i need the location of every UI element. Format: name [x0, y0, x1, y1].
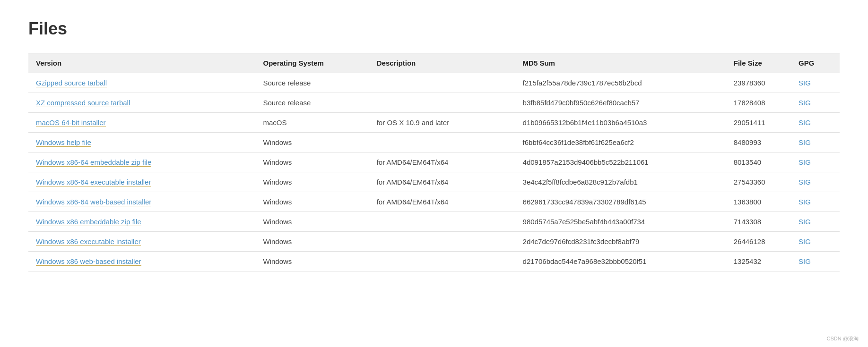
- file-gpg-link[interactable]: SIG: [799, 218, 811, 226]
- file-description: for AMD64/EM64T/x64: [369, 172, 515, 192]
- file-os: Source release: [255, 93, 369, 113]
- file-os: Windows: [255, 152, 369, 172]
- file-version-link[interactable]: Windows help file: [36, 138, 91, 147]
- file-size: 23978360: [726, 73, 791, 93]
- file-version-link[interactable]: macOS 64-bit installer: [36, 118, 106, 127]
- file-description: for AMD64/EM64T/x64: [369, 192, 515, 212]
- file-md5: f6bbf64cc36f1de38fbf61f625ea6cf2: [515, 133, 726, 152]
- file-md5: 662961733cc947839a73302789df6145: [515, 192, 726, 212]
- file-description: for OS X 10.9 and later: [369, 113, 515, 133]
- file-gpg-link[interactable]: SIG: [799, 257, 811, 265]
- file-description: [369, 212, 515, 232]
- header-md5: MD5 Sum: [515, 53, 726, 73]
- file-md5: d1b09665312b6b1f4e11b03b6a4510a3: [515, 113, 726, 133]
- file-description: [369, 232, 515, 252]
- header-filesize: File Size: [726, 53, 791, 73]
- file-description: for AMD64/EM64T/x64: [369, 152, 515, 172]
- page-title: Files: [28, 19, 840, 39]
- file-gpg-link[interactable]: SIG: [799, 158, 811, 166]
- file-version-link[interactable]: Gzipped source tarball: [36, 79, 107, 87]
- file-version-link[interactable]: XZ compressed source tarball: [36, 99, 130, 107]
- header-gpg: GPG: [791, 53, 840, 73]
- file-size: 26446128: [726, 232, 791, 252]
- table-row: Windows help fileWindowsf6bbf64cc36f1de3…: [28, 133, 840, 152]
- table-row: macOS 64-bit installermacOSfor OS X 10.9…: [28, 113, 840, 133]
- header-description: Description: [369, 53, 515, 73]
- table-row: Windows x86-64 executable installerWindo…: [28, 172, 840, 192]
- file-size: 1325432: [726, 252, 791, 271]
- file-md5: d21706bdac544e7a968e32bbb0520f51: [515, 252, 726, 271]
- file-description: [369, 93, 515, 113]
- file-gpg-link[interactable]: SIG: [799, 198, 811, 206]
- file-size: 27543360: [726, 172, 791, 192]
- file-version-link[interactable]: Windows x86-64 executable installer: [36, 178, 151, 186]
- file-size: 8013540: [726, 152, 791, 172]
- file-size: 8480993: [726, 133, 791, 152]
- file-version-link[interactable]: Windows x86-64 web-based installer: [36, 198, 151, 206]
- file-md5: b3fb85fd479c0bf950c626ef80cacb57: [515, 93, 726, 113]
- file-version-link[interactable]: Windows x86 web-based installer: [36, 257, 141, 266]
- file-version-link[interactable]: Windows x86 embeddable zip file: [36, 218, 141, 226]
- header-version: Version: [28, 53, 255, 73]
- file-size: 1363800: [726, 192, 791, 212]
- header-os: Operating System: [255, 53, 369, 73]
- file-os: Windows: [255, 172, 369, 192]
- file-os: Source release: [255, 73, 369, 93]
- file-gpg-link[interactable]: SIG: [799, 99, 811, 107]
- table-row: Windows x86 embeddable zip fileWindows98…: [28, 212, 840, 232]
- file-md5: f215fa2f55a78de739c1787ec56b2bcd: [515, 73, 726, 93]
- file-md5: 2d4c7de97d6fcd8231fc3decbf8abf79: [515, 232, 726, 252]
- file-os: Windows: [255, 212, 369, 232]
- file-gpg-link[interactable]: SIG: [799, 178, 811, 186]
- file-gpg-link[interactable]: SIG: [799, 118, 811, 127]
- file-gpg-link[interactable]: SIG: [799, 138, 811, 146]
- file-md5: 3e4c42f5ff8fcdbe6a828c912b7afdb1: [515, 172, 726, 192]
- files-table: Version Operating System Description MD5…: [28, 53, 840, 271]
- file-os: macOS: [255, 113, 369, 133]
- file-description: [369, 133, 515, 152]
- file-os: Windows: [255, 252, 369, 271]
- file-os: Windows: [255, 192, 369, 212]
- file-os: Windows: [255, 232, 369, 252]
- table-row: Windows x86-64 web-based installerWindow…: [28, 192, 840, 212]
- file-gpg-link[interactable]: SIG: [799, 237, 811, 245]
- file-description: [369, 252, 515, 271]
- file-gpg-link[interactable]: SIG: [799, 79, 811, 87]
- table-row: Windows x86-64 embeddable zip fileWindow…: [28, 152, 840, 172]
- file-size: 29051411: [726, 113, 791, 133]
- table-header-row: Version Operating System Description MD5…: [28, 53, 840, 73]
- table-row: XZ compressed source tarballSource relea…: [28, 93, 840, 113]
- table-row: Gzipped source tarballSource releasef215…: [28, 73, 840, 93]
- file-description: [369, 73, 515, 93]
- file-version-link[interactable]: Windows x86 executable installer: [36, 237, 141, 246]
- table-row: Windows x86 executable installerWindows2…: [28, 232, 840, 252]
- file-size: 7143308: [726, 212, 791, 232]
- file-os: Windows: [255, 133, 369, 152]
- table-row: Windows x86 web-based installerWindowsd2…: [28, 252, 840, 271]
- file-md5: 980d5745a7e525be5abf4b443a00f734: [515, 212, 726, 232]
- file-version-link[interactable]: Windows x86-64 embeddable zip file: [36, 158, 151, 167]
- file-size: 17828408: [726, 93, 791, 113]
- file-md5: 4d091857a2153d9406bb5c522b211061: [515, 152, 726, 172]
